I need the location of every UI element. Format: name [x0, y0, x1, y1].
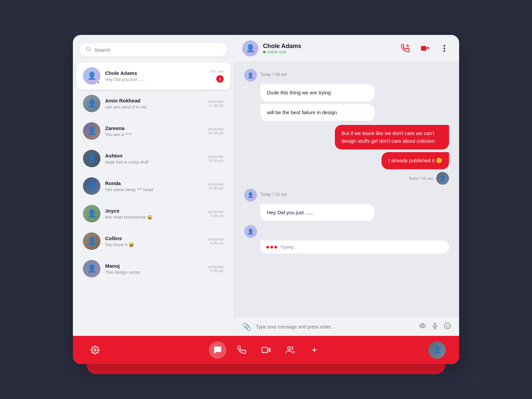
contact-avatar-wrap-collins: 👤 — [83, 232, 100, 250]
typing-dots — [266, 246, 277, 249]
nav-settings[interactable] — [86, 341, 104, 359]
contact-avatar-wrap-ronda: 👤 — [83, 177, 100, 195]
contact-meta-chole: Just now 1 — [209, 69, 224, 83]
nav-messages[interactable] — [209, 341, 226, 359]
contact-time-ashton: yesterday10.08 pm — [208, 154, 224, 163]
bubble-sent-m2-1: I already published it 🙁 — [382, 152, 449, 169]
contact-name-joyce: Joyce — [105, 208, 208, 214]
sent-meta-row-m2: Today 7.01 am 👤 — [244, 172, 449, 185]
contact-info-ashton: Ashton dude this is crazy stuff — [105, 153, 208, 165]
contact-preview-manoj: This design sucks — [105, 270, 208, 275]
nav-avatar-icon: 👤 — [428, 341, 446, 359]
app-wrapper: 👤 Chole Adams Hey Did you just ...... Ju… — [73, 35, 459, 364]
bubble-received-m1-1: will be the best failure in design — [260, 104, 374, 121]
search-container — [73, 35, 234, 62]
avatar-icon-ashton: 👤 — [83, 150, 100, 167]
svg-point-7 — [421, 324, 424, 327]
timestamp-row-m1: 👤 Today 7.00 am — [244, 69, 449, 82]
contact-time-zareena: yesterday10.59 pm — [208, 127, 224, 135]
typing-dot-1 — [266, 246, 269, 249]
bubble-received-m3-0: Hey Did you just ...... — [260, 204, 374, 221]
bubble-row-m1-0: Dude this thing we are trying — [244, 84, 449, 101]
msg-timestamp-m3: Today 7.02 am — [260, 192, 287, 197]
contact-avatar-joyce: 👤 — [83, 205, 100, 222]
contact-meta-ashton: yesterday10.08 pm — [208, 154, 224, 163]
nav-user-avatar[interactable]: 👤 — [428, 341, 446, 359]
typing-timestamp-row: 👤 — [244, 225, 449, 238]
contact-item-ashton[interactable]: 👤 Ashton dude this is crazy stuff yester… — [76, 145, 230, 172]
contact-preview-joyce: lets meet tommorrow 😜 — [105, 215, 208, 220]
contact-avatar-amin: 👤 — [83, 95, 100, 112]
typing-text: Typing... — [280, 245, 297, 250]
chat-header-info: Chole Adams online now — [263, 43, 399, 54]
contact-meta-ronda: yesterday10.00 pm — [208, 182, 224, 190]
svg-rect-16 — [262, 347, 267, 352]
online-dot-chole — [96, 81, 100, 84]
contact-meta-zareena: yesterday10.59 pm — [208, 127, 224, 135]
contact-item-ronda[interactable]: 👤 Ronda Get some sleep *** head yesterda… — [76, 173, 230, 200]
main-content: 👤 Chole Adams Hey Did you just ...... Ju… — [73, 35, 459, 336]
contact-avatar-wrap-zareena: 👤 — [83, 122, 100, 140]
contact-item-chole[interactable]: 👤 Chole Adams Hey Did you just ...... Ju… — [76, 62, 230, 89]
sent-time-m2: Today 7.01 am — [409, 176, 433, 180]
more-options-button[interactable] — [438, 42, 451, 55]
contact-avatar-wrap-manoj: 👤 — [83, 260, 100, 277]
contact-avatar-ashton: 👤 — [83, 150, 100, 167]
avatar-icon-zareena: 👤 — [83, 122, 100, 140]
chat-header: 👤 Chole Adams online now — [234, 35, 459, 62]
contact-preview-chole: Hey Did you just ...... — [105, 77, 209, 82]
contact-item-collins[interactable]: 👤 Collins You know it 😝 yesterday9.08 pm — [76, 228, 230, 255]
contact-badge-chole: 1 — [216, 75, 224, 83]
contact-time-collins: yesterday9.08 pm — [208, 237, 224, 245]
contact-meta-collins: yesterday9.08 pm — [208, 237, 224, 245]
bubble-received-m1-0: Dude this thing we are trying — [260, 84, 374, 101]
nav-group[interactable] — [281, 341, 299, 359]
attach-button[interactable]: 📎 — [242, 322, 251, 331]
avatar-icon-amin: 👤 — [83, 95, 100, 112]
search-icon — [86, 46, 91, 53]
contact-item-joyce[interactable]: 👤 Joyce lets meet tommorrow 😜 yesterday9… — [76, 200, 230, 227]
contact-avatar-manoj: 👤 — [83, 260, 100, 277]
contact-item-zareena[interactable]: 👤 Zareena You are a **** yesterday10.59 … — [76, 118, 230, 144]
contact-preview-collins: You know it 😝 — [105, 242, 208, 247]
msg-timestamp-m1: Today 7.00 am — [260, 72, 287, 77]
chat-header-status: online now — [263, 50, 399, 54]
message-input[interactable] — [256, 324, 414, 329]
contact-name-zareena: Zareena — [105, 125, 208, 131]
nav-video[interactable] — [257, 341, 275, 359]
chat-area: 👤 Chole Adams online now — [234, 35, 459, 336]
contact-preview-zareena: You are a **** — [105, 132, 208, 137]
emoji-icon[interactable] — [444, 322, 451, 331]
contact-item-manoj[interactable]: 👤 Manoj This design sucks yesterday8.08 … — [76, 255, 230, 282]
search-box[interactable] — [80, 43, 227, 56]
contact-time-ronda: yesterday10.00 pm — [208, 182, 224, 190]
call-button[interactable] — [399, 42, 412, 55]
input-icons — [419, 322, 451, 331]
nav-add[interactable]: + — [306, 341, 323, 359]
typing-dot-3 — [274, 246, 277, 249]
contact-time-amin: yesterday11.08 pm — [208, 99, 224, 107]
contact-preview-ronda: Get some sleep *** head — [105, 187, 208, 192]
search-input[interactable] — [94, 47, 221, 53]
avatar-icon-collins: 👤 — [83, 232, 100, 250]
typing-indicator-row: Typing... — [244, 240, 449, 254]
video-call-button[interactable] — [418, 42, 432, 55]
contact-info-joyce: Joyce lets meet tommorrow 😜 — [105, 208, 208, 220]
contact-preview-amin: can you send it to me — [105, 104, 208, 109]
camera-icon[interactable] — [419, 322, 426, 331]
message-input-area: 📎 — [234, 317, 459, 336]
svg-marker-15 — [267, 348, 270, 352]
typing-indicator: Typing... — [260, 240, 449, 254]
nav-center-items: + — [209, 341, 323, 359]
contact-item-amin[interactable]: 👤 Amin Rokhead can you send it to me yes… — [76, 90, 230, 117]
svg-point-11 — [444, 323, 450, 329]
contact-name-ronda: Ronda — [105, 180, 208, 186]
nav-calls[interactable] — [233, 341, 251, 359]
microphone-icon[interactable] — [432, 322, 438, 331]
contact-time-manoj: yesterday8.08 pm — [208, 265, 224, 273]
contact-info-manoj: Manoj This design sucks — [105, 263, 208, 275]
contact-meta-manoj: yesterday8.08 pm — [208, 265, 224, 273]
contact-info-collins: Collins You know it 😝 — [105, 235, 208, 247]
message-group-m2: But if we leave like we don't care we ca… — [244, 125, 449, 185]
bubble-sent-m2-0: But if we leave like we don't care we ca… — [335, 125, 449, 149]
